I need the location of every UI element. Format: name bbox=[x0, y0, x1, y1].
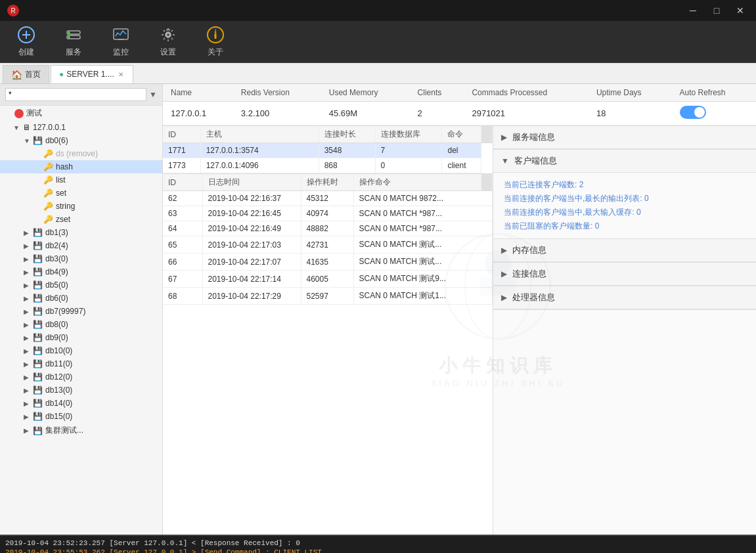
sidebar-item-db9[interactable]: ▶ 💾 db9(0) bbox=[0, 331, 162, 344]
tab-close-button[interactable]: ✕ bbox=[117, 71, 125, 78]
sidebar-server-label: 127.0.0.1 bbox=[33, 123, 66, 132]
stats-autorefresh[interactable] bbox=[672, 102, 757, 125]
split-area: ID 主机 连接时长 连接数据库 命令 1771 127.0. bbox=[163, 126, 756, 535]
sidebar-item-db14[interactable]: ▶ 💾 db14(0) bbox=[0, 397, 162, 410]
sidebar-db13-label: db13(0) bbox=[45, 386, 72, 395]
processor-info-arrow: ▶ bbox=[501, 293, 507, 302]
sidebar-item-set[interactable]: 🔑 set bbox=[0, 187, 162, 200]
toolbar-service[interactable]: 服务 bbox=[58, 26, 89, 58]
log-time: 2019-10-04 22:16:45 bbox=[202, 206, 301, 221]
sidebar-db2-label: db2(4) bbox=[45, 241, 68, 250]
sidebar-item-string[interactable]: 🔑 string bbox=[0, 200, 162, 213]
log-duration: 40974 bbox=[301, 206, 353, 221]
client-info-row-1: 当前连接的客户端当中,最长的输出列表: 0 bbox=[504, 192, 745, 206]
db4-icon: 💾 bbox=[33, 267, 43, 276]
sidebar-item-db8[interactable]: ▶ 💾 db8(0) bbox=[0, 318, 162, 331]
server-info-title: 服务端信息 bbox=[512, 131, 555, 143]
sidebar-item-db5[interactable]: ▶ 💾 db5(0) bbox=[0, 278, 162, 292]
server-info-header[interactable]: ▶ 服务端信息 bbox=[493, 126, 756, 149]
toolbar-monitor-label: 监控 bbox=[113, 47, 129, 58]
sidebar-item-db3[interactable]: ▶ 💾 db3(0) bbox=[0, 252, 162, 265]
client-duration: 868 bbox=[319, 158, 375, 173]
memory-info-header[interactable]: ▶ 内存信息 bbox=[493, 239, 756, 262]
sidebar-item-db12[interactable]: ▶ 💾 db12(0) bbox=[0, 370, 162, 384]
server-arrow: ▼ bbox=[13, 124, 21, 131]
log-table-body[interactable]: 62 2019-10-04 22:16:37 45312 SCAN 0 MATC… bbox=[163, 191, 493, 535]
list-item[interactable]: 63 2019-10-04 22:16:45 40974 SCAN 0 MATC… bbox=[163, 206, 493, 221]
db7-icon: 💾 bbox=[33, 307, 43, 316]
service-icon bbox=[64, 26, 83, 44]
log-command: SCAN 0 MATCH 9872... bbox=[353, 191, 493, 206]
table-row[interactable]: 1773 127.0.0.1:4096 868 0 client bbox=[163, 158, 493, 173]
sidebar-string-label: string bbox=[56, 202, 75, 211]
list-item[interactable]: 67 2019-10-04 22:17:14 46005 SCAN 0 MATC… bbox=[163, 271, 493, 288]
settings-icon bbox=[159, 26, 177, 44]
sidebar-dropdown-arrow[interactable]: ▼ bbox=[149, 90, 157, 99]
sidebar-item-test[interactable]: 测试 bbox=[0, 106, 162, 121]
minimize-button[interactable]: ─ bbox=[682, 0, 703, 21]
auto-refresh-toggle[interactable] bbox=[680, 106, 706, 119]
stats-header-clients: Clients bbox=[410, 84, 464, 102]
sidebar-search-input[interactable] bbox=[5, 88, 146, 101]
db12-icon: 💾 bbox=[33, 372, 43, 382]
db13-icon: 💾 bbox=[33, 386, 43, 395]
log-table: ID 日志时间 操作耗时 操作命令 62 bbox=[163, 174, 493, 535]
sidebar-item-db7[interactable]: ▶ 💾 db7(99997) bbox=[0, 305, 162, 318]
sidebar-db0-label: db0(6) bbox=[45, 136, 68, 145]
sidebar-item-zset[interactable]: 🔑 zset bbox=[0, 213, 162, 226]
sidebar-item-db2[interactable]: ▶ 💾 db2(4) bbox=[0, 239, 162, 252]
client-info-link-2[interactable]: 当前连接的客户端当中,最大输入缓存: 0 bbox=[504, 207, 641, 218]
tab-server1[interactable]: ● SERVER 1.... ✕ bbox=[51, 65, 133, 83]
list-item[interactable]: 64 2019-10-04 22:16:49 48882 SCAN 0 MATC… bbox=[163, 221, 493, 236]
table-row[interactable]: 1771 127.0.0.1:3574 3548 7 del bbox=[163, 143, 493, 158]
sidebar-item-server[interactable]: ▼ 🖥 127.0.0.1 bbox=[0, 121, 162, 134]
connection-info-header[interactable]: ▶ 连接信息 bbox=[493, 263, 756, 286]
stats-commands: 2971021 bbox=[464, 102, 588, 125]
sidebar-item-more[interactable]: ▶ 💾 集群测试... bbox=[0, 423, 162, 438]
client-db: 7 bbox=[375, 143, 442, 158]
sidebar-item-hash[interactable]: 🔑 hash bbox=[0, 160, 162, 173]
client-info-link-3[interactable]: 当前已阻塞的客户端数量: 0 bbox=[504, 221, 599, 232]
client-info-header[interactable]: ▼ 客户端信息 bbox=[493, 150, 756, 173]
log-header-id: ID bbox=[163, 174, 202, 190]
close-button[interactable]: ✕ bbox=[730, 0, 751, 21]
processor-info-header[interactable]: ▶ 处理器信息 bbox=[493, 286, 756, 309]
toolbar-monitor[interactable]: 监控 bbox=[105, 26, 137, 58]
sidebar-item-list[interactable]: 🔑 list bbox=[0, 173, 162, 187]
list-item[interactable]: 68 2019-10-04 22:17:29 52597 SCAN 0 MATC… bbox=[163, 288, 493, 305]
maximize-button[interactable]: □ bbox=[706, 0, 727, 21]
sidebar-item-ds-remove[interactable]: 🔑 ds (remove) bbox=[0, 147, 162, 160]
db6-icon: 💾 bbox=[33, 294, 43, 303]
sidebar-item-db6[interactable]: ▶ 💾 db6(0) bbox=[0, 292, 162, 305]
sidebar-zset-label: zset bbox=[56, 215, 70, 224]
toolbar-about[interactable]: ! 关于 bbox=[200, 26, 231, 58]
toolbar-service-label: 服务 bbox=[66, 47, 81, 58]
sidebar-item-db11[interactable]: ▶ 💾 db11(0) bbox=[0, 357, 162, 370]
sidebar-item-db4[interactable]: ▶ 💾 db4(9) bbox=[0, 265, 162, 278]
sidebar-item-db0[interactable]: ▼ 💾 db0(6) bbox=[0, 134, 162, 147]
client-info-link-0[interactable]: 当前已连接客户端数: 2 bbox=[504, 179, 583, 190]
client-info-link-1[interactable]: 当前连接的客户端当中,最长的输出列表: 0 bbox=[504, 193, 649, 204]
titlebar-controls: ─ □ ✕ bbox=[682, 0, 751, 21]
toolbar-create[interactable]: 创建 bbox=[11, 26, 42, 58]
sidebar-item-db1[interactable]: ▶ 💾 db1(3) bbox=[0, 226, 162, 239]
toolbar-settings[interactable]: 设置 bbox=[152, 26, 184, 58]
sidebar-db15-label: db15(0) bbox=[45, 412, 72, 421]
log-header-time: 日志时间 bbox=[202, 174, 301, 190]
list-item[interactable]: 65 2019-10-04 22:17:03 42731 SCAN 0 MATC… bbox=[163, 236, 493, 254]
memory-info-section: ▶ 内存信息 bbox=[493, 239, 756, 263]
db2-icon: 💾 bbox=[33, 241, 43, 250]
sidebar-item-db13[interactable]: ▶ 💾 db13(0) bbox=[0, 384, 162, 397]
list-item[interactable]: 62 2019-10-04 22:16:37 45312 SCAN 0 MATC… bbox=[163, 191, 493, 206]
processor-info-section: ▶ 处理器信息 bbox=[493, 286, 756, 310]
client-table: ID 主机 连接时长 连接数据库 命令 1771 127.0. bbox=[163, 126, 493, 174]
sidebar-db4-label: db4(9) bbox=[45, 267, 68, 276]
bottom-log-content[interactable]: 2019-10-04 23:52:23.257 [Server 127.0.0.… bbox=[0, 536, 756, 553]
client-header-db: 连接数据库 bbox=[375, 126, 442, 143]
log-id: 67 bbox=[163, 271, 202, 288]
sidebar-item-db15[interactable]: ▶ 💾 db15(0) bbox=[0, 410, 162, 423]
sidebar-item-db10[interactable]: ▶ 💾 db10(0) bbox=[0, 344, 162, 357]
svg-point-8 bbox=[68, 36, 70, 38]
tab-home[interactable]: 🏠 首页 bbox=[3, 65, 49, 83]
list-item[interactable]: 66 2019-10-04 22:17:07 41635 SCAN 0 MATC… bbox=[163, 254, 493, 271]
